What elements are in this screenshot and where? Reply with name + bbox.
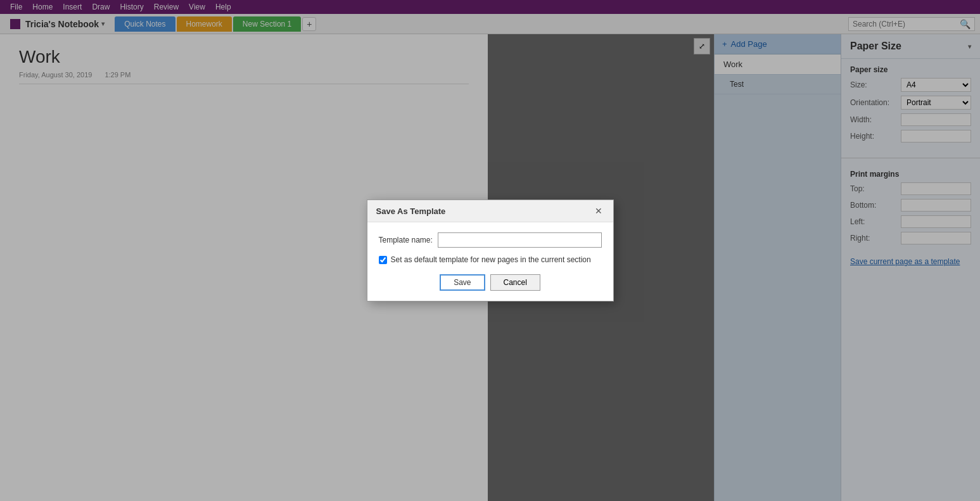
template-name-label: Template name: bbox=[379, 236, 433, 244]
template-name-field: Template name: Bullet Journal bbox=[379, 232, 602, 248]
modal-overlay: Save As Template ✕ Template name: Bullet… bbox=[0, 0, 980, 501]
modal-title-bar: Save As Template ✕ bbox=[367, 200, 613, 222]
modal-close-button[interactable]: ✕ bbox=[593, 205, 604, 217]
modal-title: Save As Template bbox=[376, 206, 446, 216]
template-name-input[interactable]: Bullet Journal bbox=[438, 232, 602, 248]
modal-body: Template name: Bullet Journal Set as def… bbox=[367, 222, 613, 301]
cancel-button[interactable]: Cancel bbox=[490, 274, 540, 291]
default-template-checkbox[interactable] bbox=[379, 256, 387, 264]
modal-buttons: Save Cancel bbox=[379, 274, 602, 291]
default-template-row: Set as default template for new pages in… bbox=[379, 255, 602, 264]
save-as-template-modal: Save As Template ✕ Template name: Bullet… bbox=[367, 200, 614, 301]
default-template-label: Set as default template for new pages in… bbox=[391, 255, 591, 264]
save-button[interactable]: Save bbox=[440, 274, 485, 291]
